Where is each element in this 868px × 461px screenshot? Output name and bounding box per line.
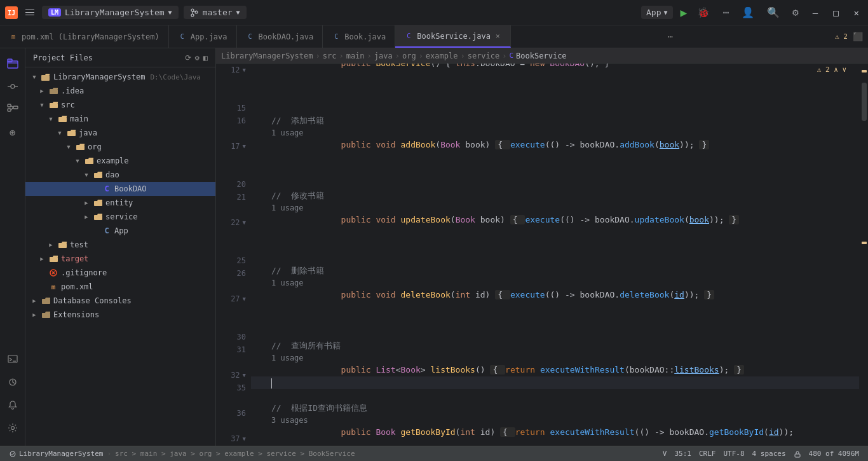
bc-sep6: › [460, 52, 465, 60]
fold-22[interactable]: ▼ [243, 216, 246, 229]
tab-book[interactable]: C Book.java [323, 25, 395, 48]
statusbar: LibraryManagerSystem › src > main > java… [0, 446, 868, 461]
tab-pom[interactable]: m pom.xml (LibraryManagerSystem) [0, 25, 169, 48]
status-sep0: › [107, 450, 111, 458]
code-editor[interactable]: public BookService() { this.bookDAO = ne… [251, 64, 859, 446]
more-icon[interactable]: ⋯ [720, 4, 731, 21]
tabs-more-button[interactable]: ⋯ [660, 25, 681, 48]
notifications-icon[interactable] [3, 395, 23, 415]
tree-item-extensions[interactable]: ▶ Extensions [25, 308, 215, 322]
bc-java[interactable]: java [374, 52, 393, 60]
tree-arrow-java: ▼ [56, 129, 64, 137]
fold-12[interactable]: ▼ [243, 64, 246, 76]
tree-item-bookdao[interactable]: C BookDAO [25, 182, 215, 196]
tree-item-main[interactable]: ▼ main [25, 112, 215, 126]
svg-point-3 [191, 14, 194, 17]
tree-item-app[interactable]: C App [25, 224, 215, 238]
tab-app-label: App.java [191, 32, 227, 41]
tree-item-dao[interactable]: ▼ dao [25, 168, 215, 182]
settings-sidebar-icon[interactable] [3, 418, 23, 438]
svg-rect-27 [94, 201, 102, 206]
bc-src[interactable]: src [323, 52, 337, 60]
scrollbar-thumb[interactable] [862, 83, 867, 121]
panel-gear-icon[interactable]: ⚙ [195, 53, 200, 62]
commit-icon[interactable] [3, 76, 23, 97]
project-name-label: LibraryManagerSystem [65, 8, 165, 17]
fold-32[interactable]: ▼ [243, 369, 246, 382]
tree-item-idea[interactable]: ▶ .idea [25, 84, 215, 98]
hamburger-menu[interactable] [23, 7, 37, 18]
status-line-col[interactable]: 35:1 [670, 446, 695, 462]
tree-item-src[interactable]: ▼ src [25, 98, 215, 112]
fold-17[interactable]: ▼ [243, 140, 246, 153]
tree-item-org[interactable]: ▼ org [25, 140, 215, 154]
settings-icon[interactable]: ⚙ [790, 4, 801, 21]
tab-bookdao[interactable]: C BookDAO.java [237, 25, 323, 48]
text-cursor [271, 378, 272, 389]
ln-27: 27 [231, 292, 240, 305]
project-selector[interactable]: LM LibraryManagerSystem ▼ [42, 6, 179, 19]
status-indent[interactable]: 4 spaces [749, 446, 790, 462]
close-button[interactable]: ✕ [850, 8, 863, 18]
branch-selector[interactable]: master ▼ [184, 6, 247, 19]
status-vcs[interactable]: V [659, 446, 671, 462]
debug-icon[interactable]: 🐞 [695, 4, 712, 21]
services-icon[interactable] [3, 372, 23, 392]
structure-icon[interactable] [3, 99, 23, 120]
panel-sync-icon[interactable]: ⟳ [185, 53, 191, 62]
status-charset[interactable]: UTF-8 [719, 446, 748, 462]
search-icon[interactable]: 🔍 [764, 4, 782, 21]
tree-item-test[interactable]: ▶ test [25, 238, 215, 252]
tree-item-service[interactable]: ▶ service [25, 210, 215, 224]
tree-item-db-consoles[interactable]: ▶ Database Consoles [25, 294, 215, 308]
fold-37[interactable]: ▼ [243, 432, 246, 445]
warn-marker-2 [862, 242, 867, 244]
status-breadcrumb[interactable]: src > main > java > org > example > serv… [111, 446, 359, 462]
plugins-icon[interactable]: ⊕ [3, 122, 23, 142]
tree-item-entity[interactable]: ▶ entity [25, 196, 215, 210]
status-encoding[interactable]: CRLF [695, 446, 720, 462]
status-lock-icon[interactable] [790, 446, 805, 462]
tree-item-target[interactable]: ▶ target [25, 252, 215, 266]
profile-icon[interactable]: 👤 [739, 4, 757, 21]
tree-item-java[interactable]: ▼ java [25, 126, 215, 140]
tree-item-root[interactable]: ▼ LibraryManagerSystem D:\Code\Java [25, 70, 215, 84]
bc-org[interactable]: org [402, 52, 416, 60]
svg-rect-11 [8, 109, 11, 111]
tab-bookservice-close[interactable]: ✕ [494, 31, 501, 41]
left-sidebar-icons: ⊕ [0, 48, 25, 446]
tree-item-pomxml[interactable]: m pom.xml [25, 280, 215, 294]
code-line-32: public List<Book> listBooks() { return e… [251, 364, 859, 376]
code-line-16: // 添加书籍 [251, 114, 859, 127]
project-files-icon[interactable] [3, 53, 23, 74]
bc-example[interactable]: example [426, 52, 458, 60]
code-container[interactable]: 12▼ 15 16 17▼ 20 21 22▼ 25 26 [216, 64, 868, 446]
right-scroll-area[interactable] [859, 64, 868, 446]
bc-bookservice[interactable]: C BookService [509, 52, 566, 60]
ln-22: 22 [231, 216, 240, 229]
bc-main[interactable]: main [346, 52, 365, 60]
split-editor-icon[interactable]: ⬛ [853, 32, 863, 41]
maximize-button[interactable]: □ [829, 8, 842, 18]
tab-bookservice[interactable]: C BookService.java ✕ [395, 25, 510, 48]
tree-item-gitignore[interactable]: .gitignore [25, 266, 215, 280]
terminal-icon[interactable] [3, 349, 23, 369]
folder-org-icon [75, 142, 85, 152]
run-button[interactable]: ▶ [681, 6, 688, 19]
tree-item-example[interactable]: ▼ example [25, 154, 215, 168]
minimize-button[interactable]: — [809, 8, 822, 18]
bc-project[interactable]: LibraryManagerSystem [221, 52, 313, 60]
bc-service[interactable]: service [468, 52, 500, 60]
tab-app[interactable]: C App.java [169, 25, 237, 48]
status-project[interactable]: LibraryManagerSystem [5, 446, 107, 462]
svg-text:IJ: IJ [8, 10, 15, 17]
code-line-empty4 [251, 164, 859, 177]
panel-collapse-icon[interactable]: ◧ [203, 53, 208, 62]
line-numbers: 12▼ 15 16 17▼ 20 21 22▼ 25 26 [216, 64, 251, 446]
status-memory[interactable]: 480 of 4096M [805, 446, 863, 462]
java-app-icon: C [102, 226, 112, 236]
main-layout: ⊕ Project Files ⟳ ⚙ ◧ [0, 48, 868, 446]
fold-27[interactable]: ▼ [243, 292, 246, 305]
run-config-selector[interactable]: App ▼ [641, 6, 673, 19]
tree-arrow-extensions: ▶ [31, 311, 38, 319]
